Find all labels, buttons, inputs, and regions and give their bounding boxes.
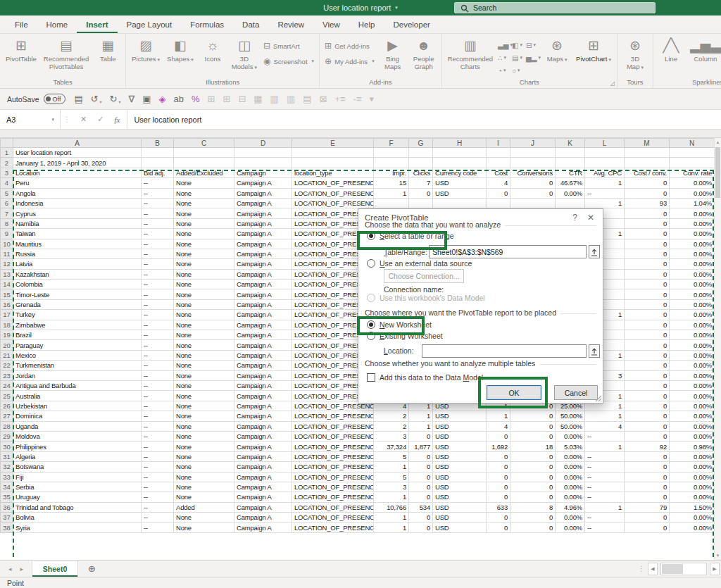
cell[interactable]: 1: [374, 513, 409, 523]
phonetic-icon[interactable]: ab: [174, 94, 184, 104]
ribbon-button-my-add-ins[interactable]: ⊕My Add-ins▾: [325, 56, 375, 66]
enter-icon[interactable]: ✓: [97, 115, 104, 124]
cell[interactable]: Campaign A: [234, 380, 292, 390]
cell[interactable]: Campaign A: [234, 482, 292, 492]
cell[interactable]: None: [174, 442, 234, 451]
cell[interactable]: 7: [409, 178, 433, 188]
cell[interactable]: 0.00%: [670, 451, 715, 461]
cell[interactable]: 2: [374, 421, 409, 431]
cell[interactable]: Campaign A: [234, 513, 292, 523]
bar-chart-icon[interactable]: ▤▾: [512, 51, 526, 64]
row-header[interactable]: 13: [1, 269, 13, 279]
cell[interactable]: LOCATION_OF_PRESENCE: [292, 492, 374, 502]
cell[interactable]: Campaign A: [234, 401, 292, 411]
cell[interactable]: USD: [433, 188, 487, 198]
cell[interactable]: 0: [625, 280, 670, 289]
cell[interactable]: USD: [433, 421, 487, 431]
cell[interactable]: --: [585, 462, 625, 472]
cell[interactable]: None: [174, 462, 234, 472]
cell[interactable]: --: [142, 401, 174, 411]
cell[interactable]: 0: [625, 289, 670, 299]
cell[interactable]: LOCATION_OF_PRESENCE: [292, 188, 374, 198]
cell[interactable]: --: [142, 442, 174, 451]
ribbon-button-pivottable[interactable]: ⊞PivotTable: [2, 35, 40, 63]
cell[interactable]: 0: [487, 482, 510, 492]
row-header[interactable]: 25: [1, 391, 13, 401]
cell[interactable]: None: [174, 340, 234, 350]
location-input[interactable]: [422, 344, 587, 358]
cell[interactable]: 37,324: [374, 442, 409, 451]
ribbon-button-column[interactable]: ▂▅▃Column: [686, 35, 721, 63]
cell[interactable]: 0.00%: [670, 391, 715, 401]
cell[interactable]: [234, 158, 292, 168]
cell[interactable]: Campaign A: [234, 411, 292, 421]
cell[interactable]: Campaign A: [234, 310, 292, 320]
scroll-down-icon[interactable]: ▼: [715, 551, 721, 560]
cell[interactable]: Campaign A: [234, 350, 292, 360]
cell[interactable]: 3: [374, 431, 409, 441]
sheet-prev-icon[interactable]: ◂: [8, 565, 12, 573]
cell[interactable]: 0: [625, 330, 670, 340]
cell[interactable]: [670, 148, 715, 158]
ribbon-button-get-add-ins[interactable]: ⊞Get Add-ins: [325, 41, 375, 51]
column-header-c[interactable]: C: [174, 139, 234, 148]
cell[interactable]: --: [585, 431, 625, 441]
cell[interactable]: None: [174, 208, 234, 218]
tab-file[interactable]: File: [6, 15, 37, 33]
cell[interactable]: --: [142, 523, 174, 532]
cell[interactable]: [585, 158, 625, 168]
scatter-chart-icon[interactable]: ∴▾: [498, 51, 512, 64]
cell[interactable]: --: [142, 269, 174, 279]
cell[interactable]: 0.00%: [670, 401, 715, 411]
cell[interactable]: 2: [374, 411, 409, 421]
cell[interactable]: [510, 198, 556, 208]
cell[interactable]: Campaign A: [234, 269, 292, 279]
cell[interactable]: [487, 158, 510, 168]
cell[interactable]: Dominica: [13, 411, 142, 421]
cancel-button[interactable]: Cancel: [554, 385, 598, 400]
increase-indent-icon[interactable]: +≡: [334, 94, 345, 104]
cell[interactable]: Philippines: [13, 442, 142, 451]
cell[interactable]: 0: [487, 462, 510, 472]
cell[interactable]: Campaign A: [234, 198, 292, 208]
cell[interactable]: Mexico: [13, 350, 142, 360]
cell[interactable]: 0: [409, 492, 433, 502]
cell[interactable]: Avg. CPC: [585, 168, 625, 177]
cell[interactable]: 0: [409, 451, 433, 461]
cell[interactable]: --: [142, 229, 174, 239]
cell[interactable]: None: [174, 280, 234, 289]
cell[interactable]: Campaign A: [234, 431, 292, 441]
undo-icon[interactable]: ↺▾: [91, 94, 102, 104]
cell[interactable]: 0.00%: [670, 350, 715, 360]
cell[interactable]: Campaign A: [234, 492, 292, 502]
cell[interactable]: 0.00%: [670, 492, 715, 502]
cell[interactable]: Added: [174, 502, 234, 512]
row-header[interactable]: 31: [1, 451, 13, 461]
cell[interactable]: USD: [433, 178, 487, 188]
cell[interactable]: None: [174, 421, 234, 431]
column-header-d[interactable]: D: [234, 139, 292, 148]
cell[interactable]: 0: [510, 451, 556, 461]
cell[interactable]: USD: [433, 472, 487, 482]
cell[interactable]: USD: [433, 482, 487, 492]
cell[interactable]: 0: [625, 472, 670, 482]
cell[interactable]: Timor-Leste: [13, 289, 142, 299]
column-header-n[interactable]: N: [670, 139, 715, 148]
ribbon-button-icons[interactable]: ☼Icons: [197, 35, 228, 63]
row-header[interactable]: 11: [1, 249, 13, 258]
cell[interactable]: None: [174, 330, 234, 340]
ribbon-button-3d-map[interactable]: ⊛3DMap▾: [620, 35, 651, 71]
cell[interactable]: 0.00%: [670, 411, 715, 421]
cell[interactable]: None: [174, 492, 234, 502]
cell[interactable]: Campaign A: [234, 391, 292, 401]
row-header[interactable]: 5: [1, 188, 13, 198]
cell[interactable]: 4: [487, 421, 510, 431]
border-inside-icon[interactable]: ▦: [253, 94, 262, 104]
cell[interactable]: --: [585, 482, 625, 492]
cell[interactable]: 92: [625, 442, 670, 451]
tab-review[interactable]: Review: [268, 15, 313, 33]
cell[interactable]: None: [174, 188, 234, 198]
cell[interactable]: Campaign A: [234, 523, 292, 532]
cell[interactable]: 0: [625, 361, 670, 370]
tab-formulas[interactable]: Formulas: [181, 15, 233, 33]
